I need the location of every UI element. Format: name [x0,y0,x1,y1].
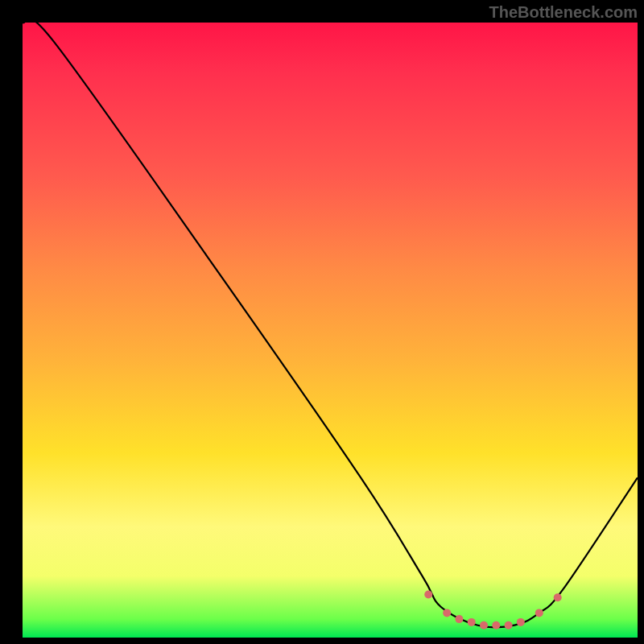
marker-dot [424,591,432,599]
marker-dot [492,621,500,630]
marker-dot [554,593,562,601]
bottleneck-curve [23,19,638,627]
marker-dot [505,621,513,630]
watermark-text: TheBottleneck.com [489,3,638,22]
marker-dot [468,618,476,626]
marker-dot [535,609,543,617]
marker-group [424,591,562,630]
plot-area [23,23,638,638]
marker-dot [480,621,488,630]
marker-dot [517,618,525,626]
curve-svg [23,23,638,638]
marker-dot [443,609,451,617]
chart-frame: TheBottleneck.com [0,0,644,644]
marker-dot [455,615,463,623]
